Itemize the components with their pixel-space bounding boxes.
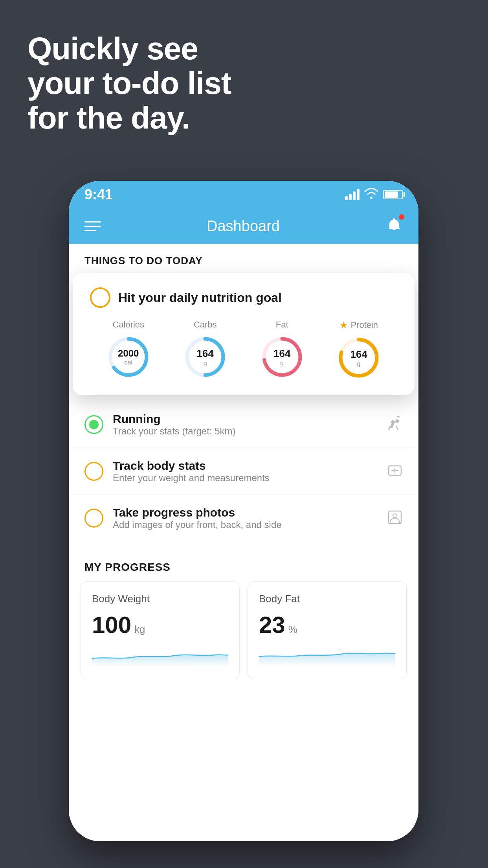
nav-bar: Dashboard bbox=[69, 208, 418, 244]
protein-unit: g bbox=[350, 360, 367, 368]
wifi-icon bbox=[364, 188, 378, 202]
notification-bell-icon[interactable] bbox=[385, 216, 403, 237]
body-stats-subtitle: Enter your weight and measurements bbox=[113, 473, 378, 484]
headline: Quickly see your to-do list for the day. bbox=[28, 31, 231, 135]
body-weight-unit: kg bbox=[134, 623, 145, 636]
fat-unit: g bbox=[273, 360, 290, 367]
signal-icon bbox=[345, 189, 360, 200]
status-time: 9:41 bbox=[84, 186, 113, 203]
nutrition-protein: ★ Protein 164 g bbox=[336, 320, 382, 381]
spacer bbox=[69, 541, 418, 557]
svg-point-10 bbox=[393, 514, 397, 518]
phone-frame: 9:41 bbox=[69, 181, 418, 841]
protein-circle: 164 g bbox=[336, 335, 382, 381]
body-fat-title: Body Fat bbox=[259, 593, 395, 605]
progress-header: MY PROGRESS bbox=[81, 557, 407, 581]
calories-unit: cal bbox=[118, 359, 139, 366]
nav-title: Dashboard bbox=[207, 218, 280, 235]
nutrition-circles: Calories 2000 cal bbox=[90, 320, 397, 381]
protein-label: Protein bbox=[350, 320, 378, 330]
nutrition-card-title: Hit your daily nutrition goal bbox=[118, 291, 282, 305]
running-subtitle: Track your stats (target: 5km) bbox=[113, 426, 378, 437]
menu-button[interactable] bbox=[84, 221, 101, 231]
carbs-value: 164 bbox=[197, 348, 214, 360]
calories-circle: 2000 cal bbox=[105, 334, 152, 380]
progress-cards: Body Weight 100 kg bbox=[81, 581, 407, 679]
body-weight-value-row: 100 kg bbox=[92, 611, 228, 638]
carbs-circle: 164 g bbox=[182, 334, 228, 380]
fat-circle: 164 g bbox=[259, 334, 305, 380]
todo-list: Running Track your stats (target: 5km) bbox=[69, 401, 418, 541]
body-stats-title: Track body stats bbox=[113, 459, 378, 473]
photos-subtitle: Add images of your front, back, and side bbox=[113, 519, 378, 530]
carbs-unit: g bbox=[197, 360, 214, 367]
nutrition-card-title-row: Hit your daily nutrition goal bbox=[90, 287, 397, 308]
nutrition-card: Hit your daily nutrition goal Calories bbox=[73, 273, 415, 395]
photos-title: Take progress photos bbox=[113, 506, 378, 519]
body-weight-number: 100 bbox=[92, 611, 131, 638]
content-area: THINGS TO DO TODAY Hit your daily nutrit… bbox=[69, 244, 418, 841]
headline-line3: for the day. bbox=[28, 101, 231, 135]
scale-icon bbox=[387, 463, 403, 480]
body-fat-number: 23 bbox=[259, 611, 285, 638]
headline-line1: Quickly see bbox=[28, 31, 231, 66]
running-icon bbox=[387, 416, 403, 433]
calories-value: 2000 bbox=[118, 348, 139, 359]
list-item-running[interactable]: Running Track your stats (target: 5km) bbox=[69, 401, 418, 448]
body-stats-check bbox=[84, 462, 103, 481]
fat-value: 164 bbox=[273, 348, 290, 360]
status-icons bbox=[345, 188, 403, 202]
body-weight-title: Body Weight bbox=[92, 593, 228, 605]
list-item-photos[interactable]: Take progress photos Add images of your … bbox=[69, 495, 418, 541]
photos-check bbox=[84, 509, 103, 528]
body-fat-unit: % bbox=[288, 623, 297, 636]
things-to-do-header: THINGS TO DO TODAY bbox=[69, 244, 418, 267]
status-bar: 9:41 bbox=[69, 181, 418, 208]
running-title: Running bbox=[113, 412, 378, 426]
body-fat-value-row: 23 % bbox=[259, 611, 395, 638]
nutrition-calories: Calories 2000 cal bbox=[105, 320, 152, 380]
notification-dot bbox=[399, 214, 404, 220]
calories-label: Calories bbox=[112, 320, 144, 330]
photos-content: Take progress photos Add images of your … bbox=[113, 506, 378, 530]
carbs-label: Carbs bbox=[194, 320, 217, 330]
running-check bbox=[84, 415, 103, 434]
fat-label: Fat bbox=[276, 320, 288, 330]
headline-line2: your to-do list bbox=[28, 66, 231, 101]
list-item-body-stats[interactable]: Track body stats Enter your weight and m… bbox=[69, 448, 418, 495]
body-weight-card[interactable]: Body Weight 100 kg bbox=[81, 581, 240, 679]
nutrition-carbs: Carbs 164 g bbox=[182, 320, 228, 380]
body-weight-chart bbox=[92, 645, 228, 666]
progress-section: MY PROGRESS Body Weight 100 kg bbox=[69, 557, 418, 691]
body-fat-card[interactable]: Body Fat 23 % bbox=[248, 581, 407, 679]
star-icon: ★ bbox=[339, 320, 348, 331]
person-icon bbox=[387, 509, 403, 527]
running-content: Running Track your stats (target: 5km) bbox=[113, 412, 378, 437]
battery-icon bbox=[383, 190, 403, 199]
body-stats-content: Track body stats Enter your weight and m… bbox=[113, 459, 378, 484]
nutrition-fat: Fat 164 g bbox=[259, 320, 305, 380]
nutrition-check-circle bbox=[90, 287, 110, 308]
body-fat-chart bbox=[259, 645, 395, 666]
protein-value: 164 bbox=[350, 348, 367, 360]
